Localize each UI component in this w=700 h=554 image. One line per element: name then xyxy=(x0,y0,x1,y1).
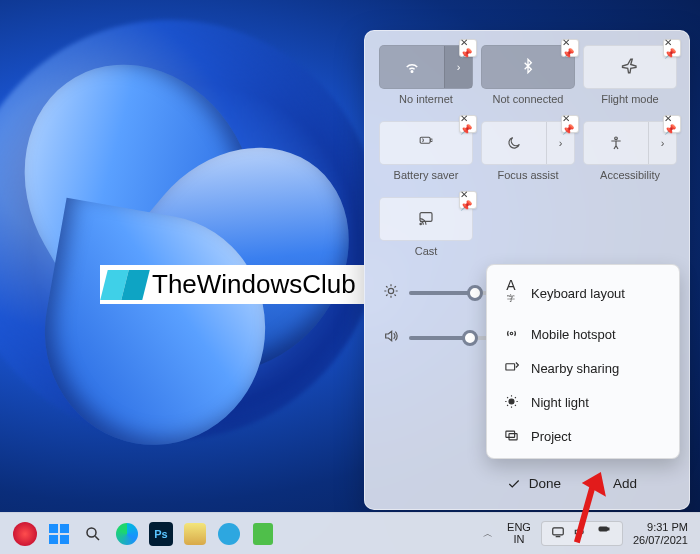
project-icon xyxy=(503,428,519,446)
photoshop-icon[interactable]: Ps xyxy=(146,519,176,549)
add-item-project[interactable]: Project xyxy=(491,420,675,454)
menu-item-label: Mobile hotspot xyxy=(531,327,616,342)
add-item-night-light[interactable]: Night light xyxy=(491,386,675,420)
start-button[interactable] xyxy=(44,519,74,549)
site-watermark: TheWindowsClub xyxy=(100,265,370,304)
airplane-icon xyxy=(621,57,639,78)
tile-label: No internet xyxy=(399,93,453,107)
taskbar-left: Ps xyxy=(0,519,278,549)
keyboard-layout-icon: A字 xyxy=(503,277,519,310)
add-item-nearby-sharing[interactable]: Nearby sharing xyxy=(491,352,675,386)
svg-point-7 xyxy=(510,332,513,335)
unpin-icon[interactable]: ✕📌 xyxy=(459,115,477,133)
battery-saver-icon xyxy=(416,135,436,152)
brightness-icon xyxy=(383,283,399,302)
add-item-keyboard-layout[interactable]: A字 Keyboard layout xyxy=(491,269,675,318)
tile-label: Focus assist xyxy=(497,169,558,183)
svg-rect-10 xyxy=(505,431,514,437)
unpin-icon[interactable]: ✕📌 xyxy=(459,191,477,209)
add-label: Add xyxy=(613,476,637,491)
nearby-sharing-icon xyxy=(503,360,519,378)
svg-rect-1 xyxy=(420,137,430,143)
edge-icon[interactable] xyxy=(112,519,142,549)
tile-accessibility[interactable]: ✕📌 › Accessibility xyxy=(583,121,677,183)
bluetooth-icon xyxy=(520,58,536,77)
menu-item-label: Nearby sharing xyxy=(531,361,619,376)
wifi-icon xyxy=(380,58,444,76)
tile-focus-assist[interactable]: ✕📌 › Focus assist xyxy=(481,121,575,183)
unpin-icon[interactable]: ✕📌 xyxy=(459,39,477,57)
svg-point-3 xyxy=(615,137,618,140)
volume-icon xyxy=(383,328,399,347)
add-item-mobile-hotspot[interactable]: Mobile hotspot xyxy=(491,318,675,352)
menu-item-label: Project xyxy=(531,429,571,444)
night-light-icon xyxy=(503,394,519,412)
svg-rect-4 xyxy=(420,212,432,221)
accessibility-icon xyxy=(584,135,648,151)
unpin-icon[interactable]: ✕📌 xyxy=(663,39,681,57)
svg-rect-2 xyxy=(431,139,432,141)
panel-actions: Done Add xyxy=(379,468,675,495)
tile-label: Not connected xyxy=(493,93,564,107)
clock-time: 9:31 PM xyxy=(647,521,688,534)
svg-point-5 xyxy=(420,223,421,224)
cast-icon xyxy=(417,210,435,229)
menu-item-label: Night light xyxy=(531,395,589,410)
tray-overflow-icon[interactable]: ︿ xyxy=(479,527,497,541)
tile-wifi[interactable]: ✕📌 › No internet xyxy=(379,45,473,107)
svg-rect-8 xyxy=(505,363,514,369)
svg-point-6 xyxy=(388,288,393,293)
svg-rect-11 xyxy=(509,433,517,439)
desktop-wallpaper: TheWindowsClub ✕📌 › No internet ✕📌 xyxy=(0,0,700,554)
clock[interactable]: 9:31 PM 26/07/2021 xyxy=(633,521,688,546)
svg-point-9 xyxy=(509,399,514,404)
watermark-logo-icon xyxy=(104,270,146,300)
spreadsheet-icon[interactable] xyxy=(248,519,278,549)
tile-cast[interactable]: ✕📌 Cast xyxy=(379,197,473,259)
tile-row: ✕📌 › No internet ✕📌 Not connected ✕📌 xyxy=(379,45,675,107)
telegram-icon[interactable] xyxy=(214,519,244,549)
language-switcher[interactable]: ENG IN xyxy=(507,522,531,545)
tile-label: Flight mode xyxy=(601,93,658,107)
tile-battery-saver[interactable]: ✕📌 Battery saver xyxy=(379,121,473,183)
add-menu-flyout: A字 Keyboard layout Mobile hotspot Nearby… xyxy=(486,264,680,459)
lang-line2: IN xyxy=(514,534,525,546)
watermark-text: TheWindowsClub xyxy=(152,269,356,300)
cleaner-icon[interactable] xyxy=(180,519,210,549)
unpin-icon[interactable]: ✕📌 xyxy=(561,39,579,57)
done-button[interactable]: Done xyxy=(507,476,561,491)
svg-point-0 xyxy=(411,71,413,73)
mobile-hotspot-icon xyxy=(503,326,519,344)
tile-bluetooth[interactable]: ✕📌 Not connected xyxy=(481,45,575,107)
svg-point-14 xyxy=(87,528,96,537)
moon-icon xyxy=(482,135,546,151)
tile-flight-mode[interactable]: ✕📌 Flight mode xyxy=(583,45,677,107)
tile-label: Cast xyxy=(415,245,438,259)
done-label: Done xyxy=(529,476,561,491)
tile-row: ✕📌 Cast xyxy=(379,197,675,259)
tile-row: ✕📌 Battery saver ✕📌 › Focus assist ✕📌 xyxy=(379,121,675,183)
tile-label: Accessibility xyxy=(600,169,660,183)
clock-date: 26/07/2021 xyxy=(633,534,688,547)
unpin-icon[interactable]: ✕📌 xyxy=(663,115,681,133)
opera-icon[interactable] xyxy=(10,519,40,549)
search-icon[interactable] xyxy=(78,519,108,549)
menu-item-label: Keyboard layout xyxy=(531,286,625,301)
tile-label: Battery saver xyxy=(394,169,459,183)
lang-line1: ENG xyxy=(507,522,531,534)
unpin-icon[interactable]: ✕📌 xyxy=(561,115,579,133)
